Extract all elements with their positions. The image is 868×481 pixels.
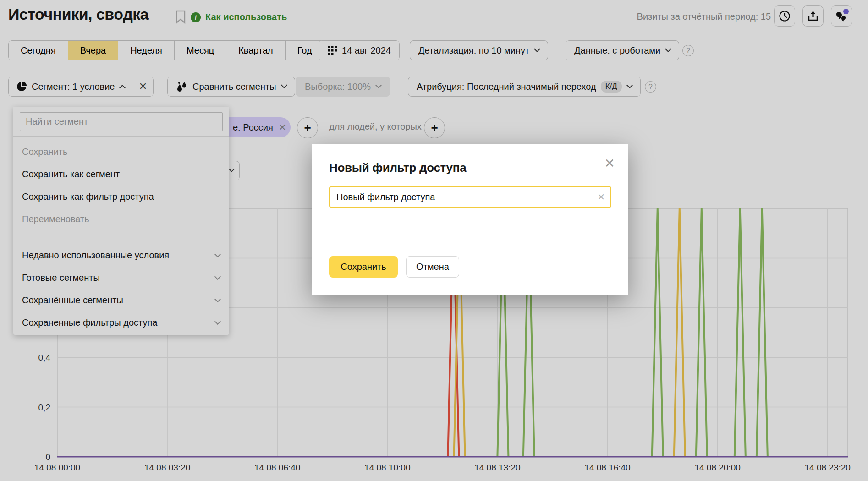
yandex-metrica-page: 14.08 00:0014.08 03:2014.08 06:4014.08 1… (0, 0, 868, 481)
filter-name-input[interactable] (329, 186, 611, 208)
new-access-filter-modal: Новый фильтр доступа ✕ ✕ Сохранить Отмен… (312, 144, 628, 295)
cancel-button[interactable]: Отмена (406, 256, 459, 278)
modal-title: Новый фильтр доступа (329, 161, 466, 175)
save-button[interactable]: Сохранить (329, 256, 398, 278)
clear-input-icon[interactable]: ✕ (597, 191, 605, 202)
close-icon[interactable]: ✕ (604, 157, 615, 170)
